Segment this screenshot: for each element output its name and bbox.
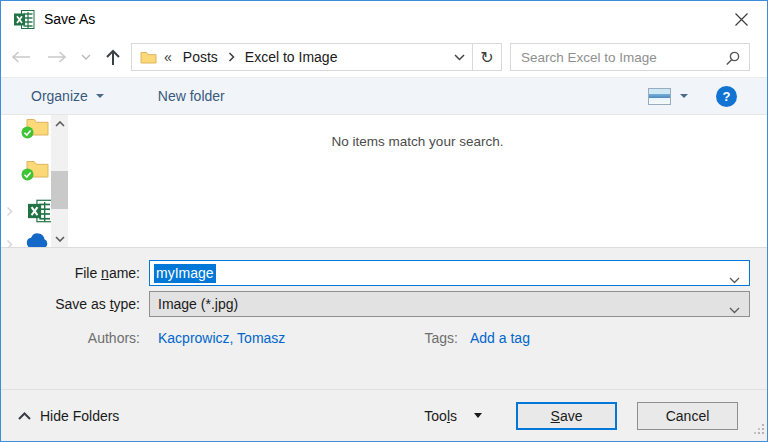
refresh-icon: ↻	[480, 48, 493, 67]
tools-menu-button[interactable]: Tools	[424, 408, 482, 424]
breadcrumb-separator-icon	[228, 52, 235, 62]
search-input[interactable]	[511, 44, 749, 70]
new-folder-button[interactable]: New folder	[158, 88, 225, 104]
empty-state-message: No items match your search.	[332, 134, 504, 149]
sync-check-icon	[21, 125, 34, 143]
save-as-type-label: Save as type:	[1, 296, 149, 312]
up-one-level-button[interactable]	[97, 42, 129, 72]
thumbnail-view-icon	[648, 88, 671, 105]
authors-label: Authors:	[1, 330, 149, 346]
resize-grip[interactable]	[754, 421, 765, 439]
chevron-up-icon	[18, 412, 31, 420]
save-options-panel: File name: myImage Save as type: Image (…	[1, 247, 767, 389]
scrollbar-thumb[interactable]	[51, 171, 68, 209]
add-a-tag-link[interactable]: Add a tag	[470, 330, 530, 346]
sidebar-scrollbar[interactable]	[51, 115, 68, 247]
dialog-title: Save As	[44, 11, 95, 27]
save-as-type-select[interactable]: Image (*.jpg)	[149, 291, 750, 317]
forward-button[interactable]	[39, 42, 75, 72]
file-name-selected-text: myImage	[154, 264, 216, 283]
search-icon[interactable]	[725, 51, 740, 70]
save-button-label: Save	[551, 408, 583, 424]
hide-folders-button[interactable]: Hide Folders	[18, 408, 119, 424]
sidebar-item-excel-file[interactable]	[28, 199, 51, 227]
cancel-button[interactable]: Cancel	[637, 402, 738, 430]
close-button[interactable]	[715, 1, 767, 37]
organize-menu-button[interactable]: Organize	[31, 88, 104, 104]
new-folder-label: New folder	[158, 88, 225, 104]
sidebar-item-onedrive[interactable]	[24, 232, 51, 247]
tags-label: Tags:	[386, 330, 458, 346]
search-box	[510, 43, 750, 71]
breadcrumb-item-posts[interactable]: Posts	[181, 49, 220, 65]
chevron-down-icon[interactable]	[729, 301, 740, 317]
authors-value-link[interactable]: Kacprowicz, Tomasz	[158, 330, 285, 346]
file-name-row: File name: myImage	[1, 260, 750, 286]
cancel-button-label: Cancel	[666, 408, 710, 424]
back-arrow-icon	[11, 51, 31, 63]
content-area: No items match your search.	[1, 115, 767, 247]
chevron-down-icon	[81, 54, 91, 60]
breadcrumb-item-current[interactable]: Excel to Image	[243, 49, 340, 65]
onedrive-cloud-icon	[24, 236, 51, 247]
title-bar: Save As	[1, 1, 767, 37]
save-as-dialog: Save As	[0, 0, 768, 442]
organize-label: Organize	[31, 88, 88, 104]
address-bar[interactable]: « Posts Excel to Image	[131, 43, 473, 71]
refresh-button[interactable]: ↻	[472, 43, 502, 71]
save-as-type-row: Save as type: Image (*.jpg)	[1, 291, 750, 317]
close-icon	[734, 12, 749, 27]
file-name-label: File name:	[1, 265, 149, 281]
excel-app-icon	[14, 10, 35, 29]
caret-down-icon	[680, 94, 688, 98]
help-button[interactable]: ?	[716, 86, 737, 107]
expand-chevron-icon[interactable]	[6, 203, 13, 221]
back-button[interactable]	[3, 42, 39, 72]
caret-down-icon	[474, 413, 482, 418]
metadata-row: Authors: Kacprowicz, Tomasz Tags: Add a …	[1, 330, 767, 350]
folder-tree-sidebar	[1, 115, 51, 247]
file-name-input[interactable]: myImage	[149, 260, 750, 286]
sync-check-icon	[21, 167, 34, 185]
sidebar-item-synced-folder[interactable]	[26, 117, 49, 140]
command-toolbar: Organize New folder ?	[1, 77, 767, 115]
change-view-button[interactable]	[648, 88, 688, 105]
scroll-down-button[interactable]	[51, 230, 68, 247]
expand-chevron-icon[interactable]	[6, 236, 13, 247]
navigation-bar: « Posts Excel to Image ↻	[1, 37, 767, 77]
breadcrumb-overflow-icon[interactable]: «	[164, 49, 172, 65]
save-button[interactable]: Save	[516, 402, 617, 430]
forward-arrow-icon	[47, 51, 67, 63]
recent-locations-button[interactable]	[75, 42, 97, 72]
file-list-area: No items match your search.	[68, 115, 767, 247]
hide-folders-label: Hide Folders	[40, 408, 119, 424]
save-as-type-value: Image (*.jpg)	[158, 296, 238, 312]
chevron-down-icon[interactable]	[729, 270, 740, 288]
up-arrow-icon	[105, 49, 121, 66]
folder-icon	[140, 50, 157, 64]
caret-down-icon	[96, 94, 104, 98]
scroll-up-button[interactable]	[51, 115, 68, 132]
address-dropdown-button[interactable]	[446, 44, 472, 70]
help-icon: ?	[723, 89, 731, 104]
dialog-footer: Hide Folders Tools Save Cancel	[1, 389, 767, 441]
tools-label: Tools	[424, 408, 457, 424]
sidebar-item-synced-folder[interactable]	[26, 159, 49, 182]
